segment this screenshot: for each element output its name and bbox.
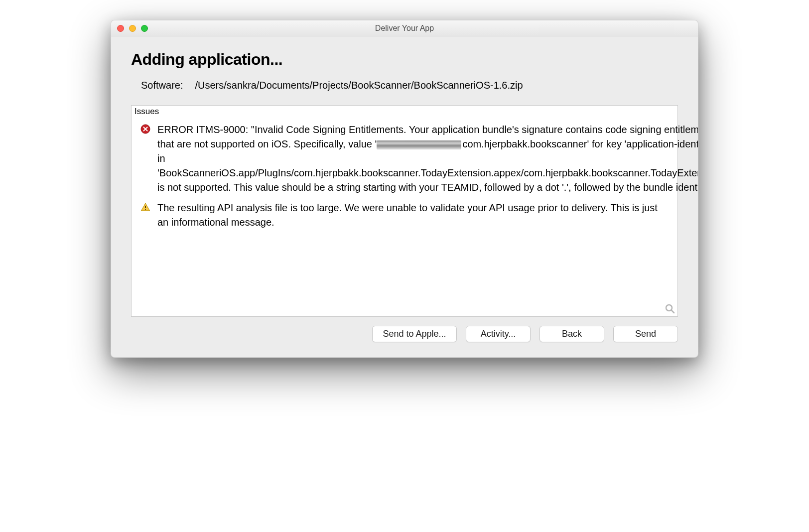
error-icon [139, 123, 151, 195]
back-button[interactable]: Back [539, 326, 604, 342]
svg-rect-1 [145, 206, 146, 208]
window-title: Deliver Your App [111, 24, 698, 33]
titlebar: Deliver Your App [111, 20, 698, 36]
app-window: Deliver Your App Adding application... S… [111, 20, 698, 358]
software-label: Software: [141, 80, 183, 91]
issues-header: Issues [132, 106, 677, 118]
close-icon[interactable] [117, 25, 124, 32]
svg-rect-2 [145, 209, 146, 210]
software-row: Software: /Users/sankra/Documents/Projec… [131, 80, 678, 91]
software-path: /Users/sankra/Documents/Projects/BookSca… [195, 80, 523, 91]
send-to-apple-button[interactable]: Send to Apple... [372, 326, 457, 342]
redacted-segment [377, 140, 461, 149]
activity-button[interactable]: Activity... [466, 326, 531, 342]
content-area: Adding application... Software: /Users/s… [111, 36, 698, 357]
warning-icon [139, 201, 151, 230]
issue-row: The resulting API analysis file is too l… [139, 198, 670, 233]
zoom-icon[interactable] [141, 25, 148, 32]
minimize-icon[interactable] [129, 25, 136, 32]
issues-list: ERROR ITMS-9000: "Invalid Code Signing E… [132, 118, 677, 237]
send-button[interactable]: Send [613, 326, 678, 342]
search-icon[interactable] [665, 303, 675, 314]
issue-row: ERROR ITMS-9000: "Invalid Code Signing E… [139, 120, 670, 198]
page-heading: Adding application... [131, 50, 678, 69]
issue-text: The resulting API analysis file is too l… [157, 201, 670, 230]
traffic-lights [111, 25, 148, 32]
svg-line-4 [672, 310, 674, 313]
issues-panel: Issues ERROR ITMS-9000: "Invalid Code Si… [131, 105, 678, 317]
button-row: Send to Apple... Activity... Back Send [131, 317, 678, 347]
issue-text: ERROR ITMS-9000: "Invalid Code Signing E… [157, 123, 698, 195]
